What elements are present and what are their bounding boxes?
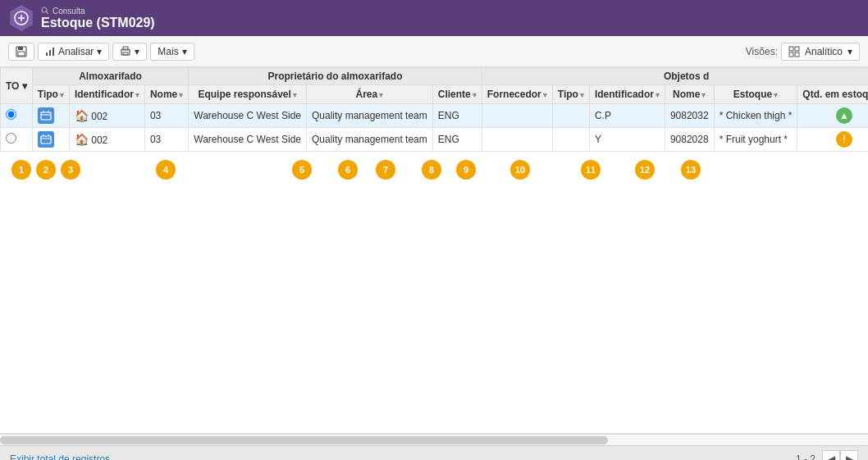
col-estoque[interactable]: Estoque▾ <box>714 85 797 104</box>
toolbar: Analisar ▾ ▾ Mais ▾ Visões: Analítico ▾ <box>0 36 868 67</box>
cliente-cell <box>482 128 552 152</box>
exibir-total-link[interactable]: Exibir total de registros <box>10 453 110 461</box>
svg-point-3 <box>42 7 47 12</box>
consulta-label: Consulta <box>41 7 155 16</box>
analisar-button[interactable]: Analisar ▾ <box>38 43 109 61</box>
svg-rect-18 <box>41 112 51 120</box>
print-button[interactable]: ▾ <box>112 43 147 61</box>
nome2-cell: * Fruit yoghurt * <box>714 128 797 152</box>
badge-11: 11 <box>581 160 601 180</box>
badge-6: 6 <box>338 160 358 180</box>
table-row[interactable]: 🏠 002 03 Warehouse C West Side Quality m… <box>1 128 869 152</box>
table-container: TO ▾ Almoxarifado Proprietário do almoxa… <box>0 67 868 434</box>
page-title: Estoque (STM029) <box>41 16 155 30</box>
svg-rect-8 <box>46 52 48 56</box>
nome-full-cell: Warehouse C West Side <box>189 128 307 152</box>
svg-line-4 <box>47 12 49 15</box>
app-header: Consulta Estoque (STM029) <box>0 0 868 36</box>
col-qtd[interactable]: Qtd. em estoque▾ <box>797 85 868 104</box>
visoes-label: Visões: <box>746 46 778 57</box>
col-identificador[interactable]: Identificador▾ <box>69 85 144 104</box>
tipo2-cell: Y <box>589 128 665 152</box>
badge-row: 1 2 3 4 5 6 7 8 9 10 11 12 13 <box>0 152 868 188</box>
chart-icon <box>45 47 55 57</box>
badge-1: 1 <box>11 160 31 180</box>
svg-rect-17 <box>795 52 799 57</box>
tipo-icon <box>38 107 54 124</box>
group-objetos: Objetos d <box>482 68 868 85</box>
col-cliente[interactable]: Cliente▾ <box>432 85 482 104</box>
app-icon <box>8 5 34 31</box>
svg-rect-9 <box>49 50 51 56</box>
area-cell: ENG <box>432 104 482 128</box>
svg-rect-6 <box>18 47 23 50</box>
header-text: Consulta Estoque (STM029) <box>41 7 155 30</box>
equipe-cell: Quality management team <box>307 104 433 128</box>
footer: Exibir total de registros 1 - 2 ◀ ▶ <box>0 445 868 460</box>
col-to: TO ▾ <box>1 68 33 104</box>
scroll-thumb[interactable] <box>0 436 608 444</box>
identificador-cell: 🏠 002 <box>69 104 144 128</box>
area-cell: ENG <box>432 128 482 152</box>
col-nome2[interactable]: Nome▾ <box>665 85 714 104</box>
nome2-cell: * Chicken thigh * <box>714 104 797 128</box>
search-icon <box>41 7 49 15</box>
svg-rect-14 <box>789 47 793 51</box>
group-proprietario: Proprietário do almoxarifado <box>189 68 482 85</box>
identificador-cell: 🏠 002 <box>69 128 144 152</box>
col-fornecedor[interactable]: Fornecedor▾ <box>482 85 552 104</box>
print-icon <box>120 46 131 57</box>
prev-page-button[interactable]: ◀ <box>822 450 840 461</box>
fornecedor-cell <box>552 104 589 128</box>
badge-2: 2 <box>36 160 56 180</box>
row-radio[interactable] <box>6 133 16 143</box>
badge-12: 12 <box>635 160 655 180</box>
badge-3: 3 <box>61 160 80 180</box>
tipo-cell <box>32 128 69 152</box>
col-equipe[interactable]: Equipe responsável▾ <box>189 85 307 104</box>
col-tipo[interactable]: Tipo▾ <box>32 85 69 104</box>
svg-rect-13 <box>123 52 128 55</box>
house-icon: 🏠 <box>75 133 89 146</box>
badge-8: 8 <box>422 160 441 180</box>
svg-rect-15 <box>795 47 799 51</box>
estoque-cell: ! <box>797 128 868 152</box>
col-area[interactable]: Área▾ <box>307 85 433 104</box>
tipo-icon <box>38 131 54 148</box>
next-page-button[interactable]: ▶ <box>840 450 858 461</box>
nome-full-cell: Warehouse C West Side <box>189 104 307 128</box>
nome-cell: 03 <box>144 104 188 128</box>
radio-cell[interactable] <box>1 104 33 128</box>
status-orange-icon: ! <box>836 131 852 148</box>
tipo-cell <box>32 104 69 128</box>
identificador2-cell: 9082028 <box>665 128 714 152</box>
col-identificador2[interactable]: Identificador▾ <box>589 85 665 104</box>
data-table: TO ▾ Almoxarifado Proprietário do almoxa… <box>0 67 868 152</box>
row-radio[interactable] <box>6 109 16 120</box>
visoes-select[interactable]: Analítico ▾ <box>781 43 860 61</box>
status-green-icon: ▲ <box>836 107 852 124</box>
equipe-cell: Quality management team <box>307 128 433 152</box>
grid-icon <box>788 46 800 57</box>
svg-rect-7 <box>18 52 25 56</box>
horizontal-scrollbar[interactable] <box>0 434 868 445</box>
group-almoxarifado: Almoxarifado <box>32 68 188 85</box>
table-row[interactable]: 🏠 002 03 Warehouse C West Side Quality m… <box>1 104 869 128</box>
save-button[interactable] <box>8 43 34 61</box>
house-icon: 🏠 <box>75 109 89 122</box>
badge-10: 10 <box>510 160 530 180</box>
col-tipo2[interactable]: Tipo▾ <box>552 85 589 104</box>
col-nome[interactable]: Nome▾ <box>144 85 188 104</box>
fornecedor-cell <box>552 128 589 152</box>
svg-rect-22 <box>41 136 51 143</box>
tipo2-cell: C.P <box>589 104 665 128</box>
mais-button[interactable]: Mais ▾ <box>150 43 194 61</box>
badge-13: 13 <box>681 160 701 180</box>
radio-cell[interactable] <box>1 128 33 152</box>
estoque-cell: ▲ <box>797 104 868 128</box>
badge-7: 7 <box>376 160 395 180</box>
page-count: 1 - 2 <box>796 453 815 461</box>
badge-4: 4 <box>156 160 176 180</box>
id-value: 002 <box>91 134 107 146</box>
save-icon <box>16 46 27 57</box>
